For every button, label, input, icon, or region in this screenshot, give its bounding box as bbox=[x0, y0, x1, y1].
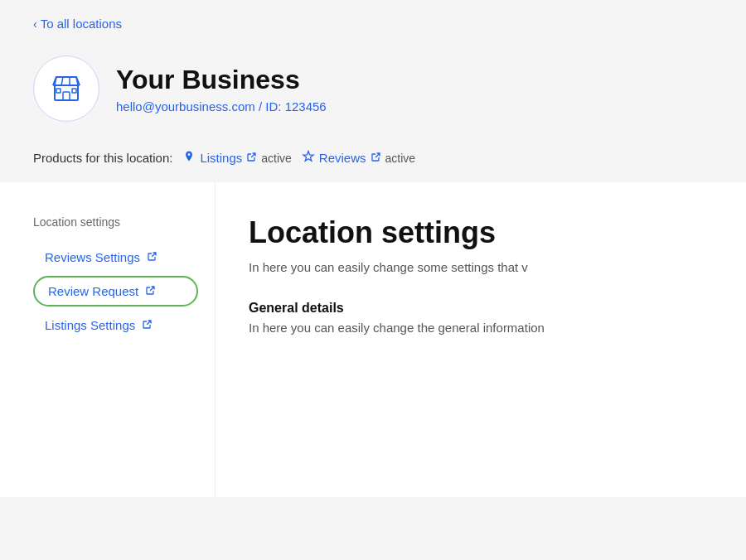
chevron-left-icon: ‹ bbox=[33, 17, 37, 31]
business-name: Your Business bbox=[116, 64, 327, 95]
content-area: Location settings In here you can easily… bbox=[216, 182, 746, 497]
sidebar-item-review-request[interactable]: Review Request bbox=[33, 276, 198, 307]
general-details-section: General details In here you can easily c… bbox=[249, 301, 713, 335]
business-email: hello@yourbusiness.com bbox=[116, 99, 255, 113]
listings-external-icon bbox=[246, 151, 257, 165]
products-bar: Products for this location: Listings act… bbox=[0, 142, 746, 182]
sidebar: Location settings Reviews Settings Revie… bbox=[0, 182, 216, 497]
sidebar-item-reviews-settings[interactable]: Reviews Settings bbox=[33, 242, 198, 273]
back-to-locations-link[interactable]: ‹ To all locations bbox=[0, 0, 746, 39]
business-id: ID: 123456 bbox=[265, 99, 326, 113]
content-title: Location settings bbox=[249, 215, 713, 250]
reviews-label: Reviews bbox=[319, 151, 366, 165]
reviews-settings-external-icon bbox=[147, 251, 157, 264]
back-link-label: To all locations bbox=[41, 17, 122, 31]
star-icon bbox=[302, 150, 315, 166]
reviews-external-icon bbox=[371, 151, 381, 165]
svg-rect-3 bbox=[72, 89, 76, 93]
pin-icon bbox=[182, 150, 196, 166]
listings-label: Listings bbox=[200, 151, 242, 165]
review-request-external-icon bbox=[145, 285, 156, 298]
shop-icon bbox=[48, 69, 85, 109]
general-details-heading: General details bbox=[249, 301, 713, 316]
reviews-status: active bbox=[385, 152, 416, 165]
reviews-settings-label: Reviews Settings bbox=[45, 250, 140, 264]
svg-rect-2 bbox=[56, 89, 61, 93]
sidebar-item-listings-settings[interactable]: Listings Settings bbox=[33, 310, 198, 340]
business-logo bbox=[33, 56, 99, 122]
listings-product-link[interactable]: Listings active bbox=[182, 150, 291, 166]
general-details-description: In here you can easily change the genera… bbox=[249, 321, 713, 335]
main-content: Location settings Reviews Settings Revie… bbox=[0, 182, 746, 497]
business-info: Your Business hello@yourbusiness.com / I… bbox=[116, 64, 327, 113]
content-subtitle: In here you can easily change some setti… bbox=[249, 260, 713, 274]
listings-status: active bbox=[261, 152, 292, 165]
products-label: Products for this location: bbox=[33, 151, 172, 165]
sidebar-section-title: Location settings bbox=[33, 215, 198, 229]
reviews-product-link[interactable]: Reviews active bbox=[302, 150, 415, 166]
listings-settings-external-icon bbox=[142, 319, 153, 332]
business-header: Your Business hello@yourbusiness.com / I… bbox=[0, 39, 746, 142]
review-request-label: Review Request bbox=[48, 284, 138, 298]
business-meta: hello@yourbusiness.com / ID: 123456 bbox=[116, 99, 327, 113]
svg-rect-1 bbox=[63, 92, 70, 100]
listings-settings-label: Listings Settings bbox=[45, 318, 135, 332]
